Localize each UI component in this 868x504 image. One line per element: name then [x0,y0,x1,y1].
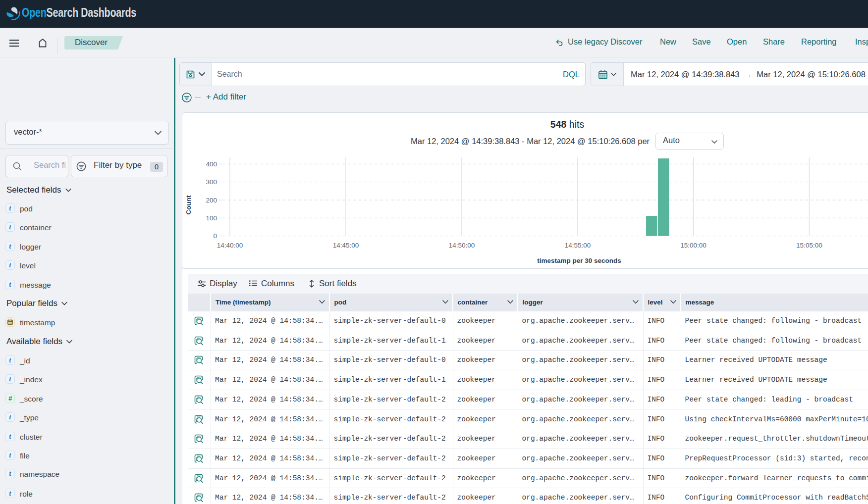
svg-text:14:40:00: 14:40:00 [217,242,243,249]
svg-text:15:05:00: 15:05:00 [796,242,822,249]
svg-text:15:00:00: 15:00:00 [680,242,706,249]
svg-text:timestamp per 30 seconds: timestamp per 30 seconds [537,257,621,264]
svg-text:Count: Count [185,195,192,214]
svg-text:100: 100 [206,214,217,222]
svg-text:14:55:00: 14:55:00 [565,242,591,249]
svg-text:400: 400 [206,160,217,168]
svg-text:300: 300 [206,178,217,186]
svg-text:14:50:00: 14:50:00 [449,242,475,249]
svg-text:0: 0 [213,232,217,240]
svg-text:14:45:00: 14:45:00 [333,242,359,249]
svg-text:200: 200 [206,197,217,204]
